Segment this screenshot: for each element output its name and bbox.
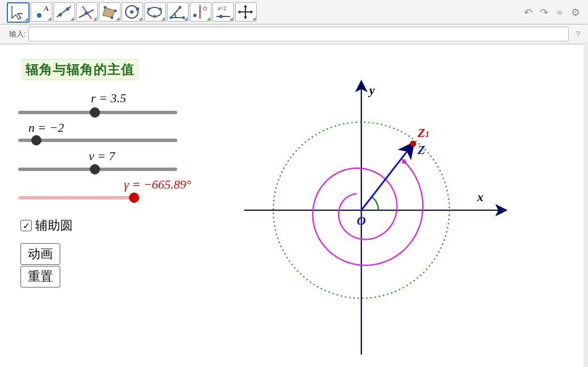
undo-icon[interactable]: ↶ xyxy=(521,6,535,19)
svg-point-17 xyxy=(159,8,162,11)
input-label: 输入: xyxy=(9,29,26,39)
slider-r-knob[interactable] xyxy=(90,107,100,118)
slider-gamma[interactable] xyxy=(18,196,135,199)
svg-point-9 xyxy=(104,6,107,9)
svg-marker-32 xyxy=(237,10,240,14)
point-z1-label: Z1 xyxy=(418,126,429,140)
axis-label-x: x xyxy=(477,190,483,205)
input-row: 输入: ? xyxy=(0,24,588,44)
origin-label: O xyxy=(357,214,366,228)
page-title: 辐角与辐角的主值 xyxy=(22,59,139,80)
aux-circle-checkbox[interactable]: ✓ xyxy=(20,220,32,231)
svg-point-19 xyxy=(170,16,173,19)
svg-point-4 xyxy=(66,7,69,11)
tool-slider[interactable]: a=2 xyxy=(212,2,234,22)
slider-gamma-knob[interactable] xyxy=(129,193,139,203)
tool-reflect[interactable] xyxy=(190,2,211,22)
svg-marker-30 xyxy=(244,5,247,7)
command-input[interactable] xyxy=(28,27,569,41)
slider-n-label: n = −2 xyxy=(28,120,64,135)
svg-text:A: A xyxy=(44,5,49,12)
svg-text:a=2: a=2 xyxy=(218,5,226,11)
svg-point-26 xyxy=(219,15,223,18)
toolbar: Aa=2 ↶ ↷ ≡ ⚙ xyxy=(0,0,588,24)
svg-marker-33 xyxy=(251,10,253,14)
tool-conic[interactable] xyxy=(144,2,166,22)
svg-point-18 xyxy=(153,15,156,18)
svg-point-10 xyxy=(114,10,117,12)
svg-point-16 xyxy=(148,8,151,11)
tool-polygon[interactable] xyxy=(99,2,120,22)
aux-circle-label: 辅助圆 xyxy=(35,217,73,234)
slider-gamma-label: γ = −665.89° xyxy=(124,177,191,192)
tool-perpendicular[interactable] xyxy=(76,2,98,22)
svg-marker-8 xyxy=(103,7,115,18)
svg-point-21 xyxy=(179,6,182,9)
slider-v[interactable] xyxy=(18,168,177,171)
reset-button[interactable]: 重置 xyxy=(20,266,60,287)
svg-point-24 xyxy=(203,7,207,10)
svg-point-13 xyxy=(130,10,134,14)
slider-v-knob[interactable] xyxy=(90,164,100,174)
svg-line-38 xyxy=(361,144,413,210)
help-icon[interactable]: ? xyxy=(571,27,585,41)
svg-point-11 xyxy=(111,16,114,19)
redo-icon[interactable]: ↷ xyxy=(537,6,551,19)
vertical-scrollbar[interactable] xyxy=(583,41,588,367)
slider-v-label: v = 7 xyxy=(89,149,115,164)
svg-point-23 xyxy=(193,14,197,17)
svg-marker-31 xyxy=(244,16,247,19)
gear-icon[interactable]: ⚙ xyxy=(569,6,582,19)
tool-angle[interactable] xyxy=(167,2,189,22)
tool-move-view[interactable] xyxy=(235,2,257,22)
tool-point[interactable]: A xyxy=(31,2,52,22)
axis-label-y: y xyxy=(369,83,375,98)
slider-r-label: r = 3.5 xyxy=(91,91,126,106)
complex-plane-diagram: yxOZ1Z xyxy=(244,59,528,355)
svg-point-3 xyxy=(59,13,62,16)
animate-button[interactable]: 动画 xyxy=(20,243,60,265)
svg-point-14 xyxy=(136,7,139,11)
slider-r[interactable] xyxy=(18,111,177,114)
svg-point-39 xyxy=(410,141,416,147)
menu-icon[interactable]: ≡ xyxy=(553,6,566,19)
tool-circle[interactable] xyxy=(122,2,143,22)
tool-line[interactable] xyxy=(53,2,75,22)
slider-n-knob[interactable] xyxy=(31,135,41,145)
svg-point-7 xyxy=(85,11,88,15)
tool-move[interactable] xyxy=(7,2,30,23)
vector-z-label: Z xyxy=(418,143,425,157)
svg-point-0 xyxy=(37,13,41,18)
slider-n[interactable] xyxy=(18,139,177,142)
